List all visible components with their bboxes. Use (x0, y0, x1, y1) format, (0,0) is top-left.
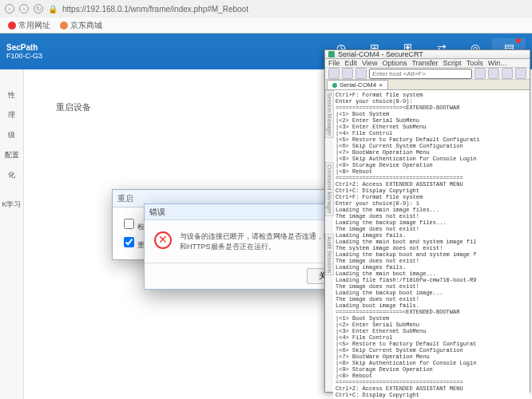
menu-item-file[interactable]: File (328, 59, 340, 67)
menu-item-options[interactable]: Options (382, 59, 407, 67)
sidebar-item[interactable] (0, 185, 23, 195)
crt-menubar[interactable]: FileEditViewOptionsTransferScriptToolsWi… (325, 59, 530, 68)
reload-icon[interactable]: ↻ (34, 4, 43, 14)
menu-item-transfer[interactable]: Transfer (411, 59, 438, 67)
brand-logo: SecPath F100-C-G3 (6, 44, 42, 60)
crt-sidebar-tab[interactable]: Session Manager (325, 90, 334, 138)
address-bar[interactable]: https://192.168.0.1/wnm/frame/index.php#… (62, 5, 248, 14)
toolbar-icon[interactable] (328, 68, 339, 79)
crt-toolbar[interactable] (325, 68, 530, 80)
crt-titlebar: Serial-COM4 - SecureCRT (325, 50, 530, 59)
crt-app-icon (328, 51, 335, 57)
crt-tab-serial[interactable]: Serial-COM4 × (327, 80, 388, 89)
badge-icon (516, 38, 521, 43)
menu-item-tools[interactable]: Tools (466, 59, 483, 67)
menu-item-view[interactable]: View (362, 59, 377, 67)
forward-icon[interactable]: › (19, 4, 29, 14)
bookmark-item-frequent[interactable]: 常用网址 (8, 20, 50, 31)
bookmark-label: 常用网址 (18, 20, 50, 31)
menu-item-script[interactable]: Script (443, 59, 462, 67)
sidebar: 性理级配置化K学习 (0, 69, 24, 399)
browser-toolbar: ‹ › ↻ 🔒 https://192.168.0.1/wnm/frame/in… (0, 0, 532, 18)
toolbar-icon[interactable] (502, 68, 513, 79)
bookmark-icon (8, 22, 16, 30)
close-tab-icon[interactable]: × (379, 81, 383, 89)
toolbar-icon[interactable] (355, 68, 367, 79)
bookmark-label: 京东商城 (70, 20, 102, 31)
bookmark-bar: 常用网址 京东商城 (0, 18, 532, 34)
connection-indicator-icon (332, 83, 337, 88)
error-icon: ✕ (154, 231, 172, 249)
menu-item-edit[interactable]: Edit (345, 59, 358, 67)
sidebar-item[interactable]: K学习 (0, 195, 23, 215)
crt-tabs: Serial-COM4 × (325, 80, 530, 90)
menu-item-win…[interactable]: Win… (488, 59, 508, 67)
sidebar-item[interactable]: 化 (0, 165, 23, 185)
bookmark-icon (60, 22, 68, 30)
sidebar-item[interactable]: 性 (0, 85, 23, 105)
sidebar-item[interactable]: 级 (0, 125, 23, 145)
crt-sidebar-tab[interactable]: Audit Sessions (325, 234, 334, 275)
crt-sidebar-tabs[interactable]: Session ManagerCommand ManagerAudit Sess… (325, 90, 333, 399)
sidebar-item[interactable]: 配置 (0, 145, 23, 165)
toolbar-icon[interactable] (342, 68, 353, 79)
toolbar-icon[interactable] (515, 68, 526, 79)
error-text: 与设备的连接已断开，请检查网络是否连通，HTTP和HTTPS服务是否正在运行。 (180, 231, 345, 251)
back-icon[interactable]: ‹ (5, 4, 14, 14)
lock-icon: 🔒 (48, 5, 58, 14)
bookmark-item-jd[interactable]: 京东商城 (60, 20, 102, 31)
securecrt-window: Serial-COM4 - SecureCRT FileEditViewOpti… (324, 49, 530, 393)
host-input[interactable] (369, 69, 472, 79)
sidebar-item[interactable]: 理 (0, 105, 23, 125)
toolbar-icon[interactable] (474, 68, 486, 79)
toolbar-icon[interactable] (488, 68, 499, 79)
terminal-output[interactable]: Ctrl+F: Format file system Enter your ch… (333, 90, 530, 399)
error-dialog-title: 错误 (145, 204, 355, 220)
crt-sidebar-tab[interactable]: Command Manager (325, 162, 334, 216)
